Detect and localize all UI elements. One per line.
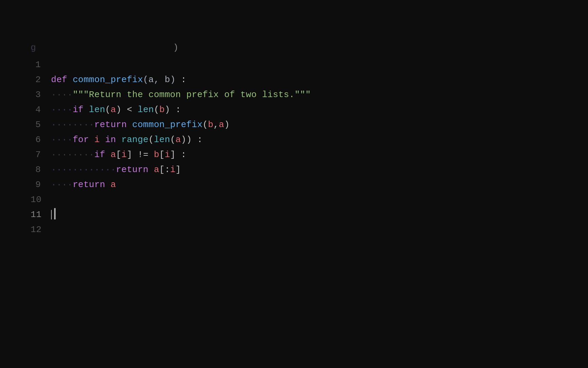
line-content-5: ········return common_prefix(b,a) [51,117,588,132]
var-i-7a: i [121,150,127,160]
partial-dots: g [31,43,36,53]
dots-3: ···· [51,90,73,100]
param-a: a [148,75,154,85]
len-6: len [154,135,170,145]
code-area: 1 2 def common_prefix(a, b) : 3 ····"""R… [0,57,588,237]
line-num-7: 7 [31,147,51,162]
dots-9: ···· [51,180,73,190]
var-b-4: b [159,105,165,115]
code-line-11[interactable]: 11 ┃ [31,207,588,222]
code-line-9: 9 ····return a [31,177,588,192]
docstring: """Return the common prefix of two lists… [73,90,311,100]
partial-content: ) [42,43,179,53]
code-line-10: 10 [31,192,588,207]
kw-def: def [51,75,67,85]
cursor-symbol: ┃ [52,209,58,220]
range-6: range [121,135,149,145]
line-content-8: ············return a[:i] [51,162,588,177]
dots-4: ···· [51,105,73,115]
code-line-12: 12 [31,222,588,237]
kw-return-5: return [94,120,127,130]
code-line-4: 4 ····if len(a) < len(b) : [31,102,588,117]
var-a-idx-7: a [111,150,116,160]
dots-7: ········ [51,150,94,160]
line-num-8: 8 [31,162,51,177]
code-line-1: 1 [31,57,588,72]
kw-if-7: if [94,150,105,160]
var-a-slice: a [154,165,159,175]
kw-if-4: if [73,105,84,115]
var-i-6: i [94,135,100,145]
line-content-11: ┃ [51,207,588,222]
line-num-2: 2 [31,72,51,87]
line-content-3: ····"""Return the common prefix of two l… [51,87,588,102]
var-b-5: b [208,120,213,130]
line-num-9: 9 [31,177,51,192]
var-a-4: a [111,105,116,115]
var-b-idx-7: b [154,150,159,160]
colon-2: : [176,75,186,85]
line-num-11: 11 [31,207,51,222]
dots-8: ············ [51,165,116,175]
code-line-7: 7 ········if a[i] != b[i] : [31,147,588,162]
var-a-5: a [219,120,224,130]
kw-return-9: return [73,180,105,190]
line-num-3: 3 [31,87,51,102]
var-i-7b: i [165,150,170,160]
punc-open: ( [143,75,148,85]
var-a-6: a [176,135,181,145]
len-4b: len [138,105,154,115]
text-cursor [51,210,52,219]
code-line-5: 5 ········return common_prefix(b,a) [31,117,588,132]
kw-return-8: return [116,165,148,175]
code-line-2: 2 def common_prefix(a, b) : [31,72,588,87]
editor-container: g ) 1 2 def common_prefix(a, b) : 3 ····… [0,0,588,368]
line-content-6: ····for i in range(len(a)) : [51,132,588,147]
line-num-4: 4 [31,102,51,117]
partial-top-line: g ) [0,41,588,57]
line-num-6: 6 [31,132,51,147]
line-num-5: 5 [31,117,51,132]
line-num-1: 1 [31,57,51,72]
line-content-9: ····return a [51,177,588,192]
kw-in-6: in [105,135,116,145]
line-num-12: 12 [31,222,51,237]
line-content-7: ········if a[i] != b[i] : [51,147,588,162]
var-i-8: i [170,165,176,175]
len-4a: len [89,105,105,115]
var-a-9: a [111,180,116,190]
punc-comma: , [154,75,159,85]
dots-5: ········ [51,120,94,130]
fn-name: common_prefix [73,75,143,85]
code-line-8: 8 ············return a[:i] [31,162,588,177]
line-num-10: 10 [31,192,51,207]
line-content-2: def common_prefix(a, b) : [51,72,588,87]
punc-close: ) [170,75,176,85]
dots-6: ···· [51,135,73,145]
line-content-4: ····if len(a) < len(b) : [51,102,588,117]
fn-recursive: common_prefix [132,120,203,130]
kw-for-6: for [73,135,89,145]
code-line-6: 6 ····for i in range(len(a)) : [31,132,588,147]
code-line-3: 3 ····"""Return the common prefix of two… [31,87,588,102]
param-b: b [165,75,170,85]
